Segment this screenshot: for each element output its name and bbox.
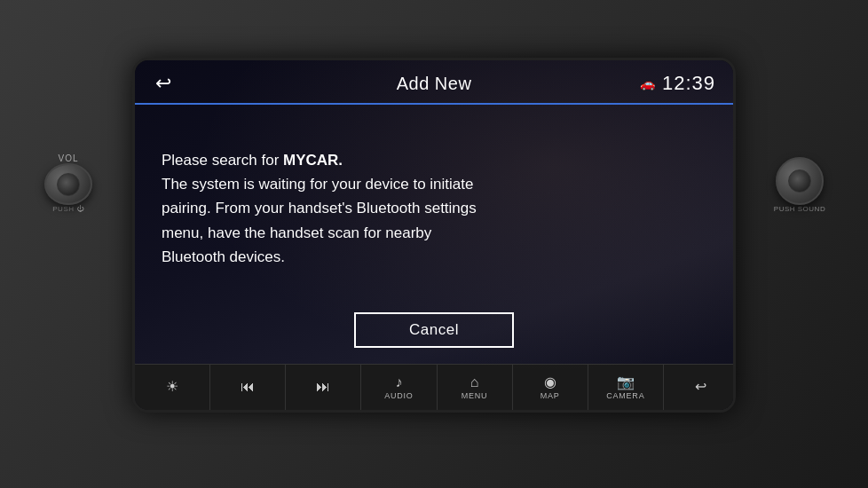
back-button[interactable]: ↩ <box>149 69 178 98</box>
back-icon: ↩ <box>155 72 171 95</box>
bottom-bar: ☀ ⏮ ⏭ ♪ AUDIO <box>135 364 733 410</box>
cancel-button[interactable]: Cancel <box>354 312 514 348</box>
car-bt-icon: 🚗 <box>640 76 655 91</box>
car-panel: ↩ Add New 🚗 12:39 Please search for MYCA… <box>0 0 868 488</box>
sound-knob[interactable] <box>776 157 824 205</box>
vol-label: VOL <box>58 153 78 163</box>
clock: 12:39 <box>662 72 715 95</box>
menu-label: MENU <box>462 391 488 400</box>
audio-icon: ♪ <box>395 375 402 390</box>
vol-knob[interactable] <box>44 163 92 205</box>
sound-sublabel: PUSH SOUND <box>774 205 825 213</box>
btn-menu[interactable]: ⌂ MENU <box>438 365 513 410</box>
header: ↩ Add New 🚗 12:39 <box>135 60 733 105</box>
prev-icon: ⏮ <box>241 380 255 394</box>
sound-knob-container: PUSH SOUND <box>769 151 831 213</box>
btn-next[interactable]: ⏭ <box>286 365 361 410</box>
btn-map[interactable]: ◉ MAP <box>513 365 588 410</box>
message-line4: menu, have the handset scan for nearby <box>162 224 431 241</box>
next-icon: ⏭ <box>316 380 330 394</box>
main-content: Please search for MYCAR. The system is w… <box>135 105 733 303</box>
vol-sublabel: PUSH ⏻ <box>52 205 83 213</box>
message-line3: pairing. From your handset's Bluetooth s… <box>162 200 477 216</box>
back-btn-icon: ↩ <box>695 380 706 394</box>
map-label: MAP <box>541 391 560 400</box>
menu-icon: ⌂ <box>470 375 479 390</box>
btn-back[interactable]: ↩ <box>664 365 733 410</box>
vol-knob-container: VOL PUSH ⏻ <box>37 151 99 213</box>
pairing-message: Please search for MYCAR. The system is w… <box>162 148 477 269</box>
full-panel: ↩ Add New 🚗 12:39 Please search for MYCA… <box>132 75 736 413</box>
btn-brightness[interactable]: ☀ <box>135 365 210 410</box>
header-right: 🚗 12:39 <box>640 72 715 95</box>
camera-label: CAMERA <box>606 391 644 400</box>
screen: ↩ Add New 🚗 12:39 Please search for MYCA… <box>135 60 733 410</box>
message-line5: Bluetooth devices. <box>162 248 285 265</box>
audio-label: AUDIO <box>384 391 414 400</box>
message-pre: Please search for <box>162 152 283 169</box>
page-title: Add New <box>397 74 472 94</box>
btn-audio[interactable]: ♪ AUDIO <box>361 365 437 410</box>
message-line2: The system is waiting for your device to… <box>162 176 473 193</box>
screen-bezel: ↩ Add New 🚗 12:39 Please search for MYCA… <box>132 58 736 413</box>
camera-icon: 📷 <box>617 375 635 390</box>
map-icon: ◉ <box>544 375 556 390</box>
btn-prev[interactable]: ⏮ <box>210 365 286 410</box>
button-area: Cancel <box>135 303 733 364</box>
brightness-icon: ☀ <box>166 380 178 394</box>
device-name: MYCAR. <box>283 152 343 169</box>
btn-camera[interactable]: 📷 CAMERA <box>588 365 664 410</box>
